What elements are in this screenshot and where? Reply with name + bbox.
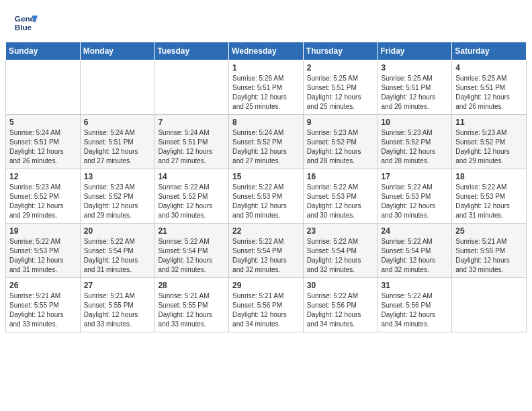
day-number: 2 (307, 63, 374, 73)
day-number: 8 (232, 118, 300, 127)
day-info: Sunrise: 5:21 AM Sunset: 5:55 PM Dayligh… (9, 291, 77, 329)
day-number: 17 (382, 172, 449, 181)
calendar-week-3: 12Sunrise: 5:23 AM Sunset: 5:52 PM Dayli… (6, 169, 527, 224)
calendar-cell: 25Sunrise: 5:21 AM Sunset: 5:55 PM Dayli… (452, 224, 527, 278)
calendar-cell: 19Sunrise: 5:22 AM Sunset: 5:53 PM Dayli… (6, 224, 81, 278)
calendar-cell: 29Sunrise: 5:21 AM Sunset: 5:56 PM Dayli… (229, 278, 304, 332)
day-number: 5 (9, 118, 77, 127)
calendar-cell: 11Sunrise: 5:23 AM Sunset: 5:52 PM Dayli… (452, 115, 527, 169)
calendar-cell: 24Sunrise: 5:22 AM Sunset: 5:54 PM Dayli… (378, 224, 452, 278)
day-info: Sunrise: 5:22 AM Sunset: 5:56 PM Dayligh… (307, 291, 374, 329)
day-info: Sunrise: 5:22 AM Sunset: 5:54 PM Dayligh… (84, 237, 151, 275)
calendar-cell: 15Sunrise: 5:22 AM Sunset: 5:53 PM Dayli… (229, 169, 304, 224)
day-info: Sunrise: 5:23 AM Sunset: 5:52 PM Dayligh… (84, 183, 151, 220)
day-info: Sunrise: 5:23 AM Sunset: 5:52 PM Dayligh… (455, 128, 523, 166)
calendar-cell: 18Sunrise: 5:22 AM Sunset: 5:53 PM Dayli… (452, 169, 527, 224)
day-number: 11 (455, 118, 523, 127)
day-number: 12 (9, 172, 77, 181)
calendar-cell: 26Sunrise: 5:21 AM Sunset: 5:55 PM Dayli… (6, 278, 81, 332)
day-number: 20 (84, 226, 151, 236)
calendar-cell: 10Sunrise: 5:23 AM Sunset: 5:52 PM Dayli… (378, 115, 452, 169)
day-info: Sunrise: 5:23 AM Sunset: 5:52 PM Dayligh… (382, 128, 449, 166)
day-info: Sunrise: 5:25 AM Sunset: 5:51 PM Dayligh… (455, 74, 523, 111)
day-number: 19 (9, 226, 77, 236)
weekday-header-row: SundayMondayTuesdayWednesdayThursdayFrid… (6, 42, 527, 60)
day-info: Sunrise: 5:24 AM Sunset: 5:52 PM Dayligh… (232, 128, 300, 166)
calendar-cell: 9Sunrise: 5:23 AM Sunset: 5:52 PM Daylig… (303, 115, 378, 169)
svg-text:Blue: Blue (15, 23, 32, 32)
logo: General Blue (13, 11, 38, 35)
day-number: 24 (382, 226, 449, 236)
day-number: 28 (158, 281, 225, 290)
day-number: 14 (158, 172, 225, 181)
day-number: 25 (455, 226, 523, 236)
calendar-cell: 7Sunrise: 5:24 AM Sunset: 5:51 PM Daylig… (154, 115, 229, 169)
day-number: 6 (84, 118, 151, 127)
day-number: 3 (382, 63, 449, 73)
day-info: Sunrise: 5:22 AM Sunset: 5:54 PM Dayligh… (158, 237, 225, 275)
day-info: Sunrise: 5:22 AM Sunset: 5:56 PM Dayligh… (382, 291, 449, 329)
weekday-header-monday: Monday (80, 42, 154, 60)
calendar-cell: 2Sunrise: 5:25 AM Sunset: 5:51 PM Daylig… (303, 60, 378, 115)
day-number: 10 (382, 118, 449, 127)
day-number: 27 (84, 281, 151, 290)
calendar-cell: 22Sunrise: 5:22 AM Sunset: 5:54 PM Dayli… (229, 224, 304, 278)
calendar-cell: 1Sunrise: 5:26 AM Sunset: 5:51 PM Daylig… (229, 60, 304, 115)
calendar-cell: 27Sunrise: 5:21 AM Sunset: 5:55 PM Dayli… (80, 278, 154, 332)
calendar-cell (6, 60, 81, 115)
day-number: 16 (307, 172, 374, 181)
calendar-cell (452, 278, 527, 332)
day-info: Sunrise: 5:22 AM Sunset: 5:52 PM Dayligh… (158, 183, 225, 220)
weekday-header-saturday: Saturday (452, 42, 527, 60)
calendar-cell: 3Sunrise: 5:25 AM Sunset: 5:51 PM Daylig… (378, 60, 452, 115)
calendar-week-4: 19Sunrise: 5:22 AM Sunset: 5:53 PM Dayli… (6, 224, 527, 278)
day-info: Sunrise: 5:24 AM Sunset: 5:51 PM Dayligh… (84, 128, 151, 166)
day-number: 1 (232, 63, 300, 73)
day-number: 29 (232, 281, 300, 290)
page-header: General Blue (0, 0, 532, 42)
calendar-cell: 23Sunrise: 5:22 AM Sunset: 5:54 PM Dayli… (303, 224, 378, 278)
calendar-cell (80, 60, 154, 115)
day-number: 31 (382, 281, 449, 290)
day-number: 9 (307, 118, 374, 127)
day-info: Sunrise: 5:23 AM Sunset: 5:52 PM Dayligh… (9, 183, 77, 220)
calendar-cell: 13Sunrise: 5:23 AM Sunset: 5:52 PM Dayli… (80, 169, 154, 224)
day-info: Sunrise: 5:22 AM Sunset: 5:53 PM Dayligh… (232, 183, 300, 220)
day-info: Sunrise: 5:24 AM Sunset: 5:51 PM Dayligh… (158, 128, 225, 166)
day-info: Sunrise: 5:25 AM Sunset: 5:51 PM Dayligh… (382, 74, 449, 111)
calendar-cell: 5Sunrise: 5:24 AM Sunset: 5:51 PM Daylig… (6, 115, 81, 169)
weekday-header-thursday: Thursday (303, 42, 378, 60)
weekday-header-friday: Friday (378, 42, 452, 60)
day-info: Sunrise: 5:25 AM Sunset: 5:51 PM Dayligh… (307, 74, 374, 111)
calendar-cell (154, 60, 229, 115)
day-number: 30 (307, 281, 374, 290)
day-info: Sunrise: 5:24 AM Sunset: 5:51 PM Dayligh… (9, 128, 77, 166)
calendar-cell: 17Sunrise: 5:22 AM Sunset: 5:53 PM Dayli… (378, 169, 452, 224)
day-number: 15 (232, 172, 300, 181)
day-info: Sunrise: 5:23 AM Sunset: 5:52 PM Dayligh… (307, 128, 374, 166)
calendar-cell: 28Sunrise: 5:21 AM Sunset: 5:55 PM Dayli… (154, 278, 229, 332)
day-number: 7 (158, 118, 225, 127)
calendar-week-5: 26Sunrise: 5:21 AM Sunset: 5:55 PM Dayli… (6, 278, 527, 332)
calendar-body: 1Sunrise: 5:26 AM Sunset: 5:51 PM Daylig… (6, 60, 527, 332)
calendar-cell: 30Sunrise: 5:22 AM Sunset: 5:56 PM Dayli… (303, 278, 378, 332)
calendar-cell: 14Sunrise: 5:22 AM Sunset: 5:52 PM Dayli… (154, 169, 229, 224)
day-info: Sunrise: 5:22 AM Sunset: 5:53 PM Dayligh… (455, 183, 523, 220)
day-info: Sunrise: 5:26 AM Sunset: 5:51 PM Dayligh… (232, 74, 300, 111)
calendar-cell: 16Sunrise: 5:22 AM Sunset: 5:53 PM Dayli… (303, 169, 378, 224)
day-info: Sunrise: 5:22 AM Sunset: 5:53 PM Dayligh… (382, 183, 449, 220)
weekday-header-sunday: Sunday (6, 42, 81, 60)
calendar-cell: 4Sunrise: 5:25 AM Sunset: 5:51 PM Daylig… (452, 60, 527, 115)
calendar-cell: 8Sunrise: 5:24 AM Sunset: 5:52 PM Daylig… (229, 115, 304, 169)
calendar-cell: 31Sunrise: 5:22 AM Sunset: 5:56 PM Dayli… (378, 278, 452, 332)
day-info: Sunrise: 5:22 AM Sunset: 5:54 PM Dayligh… (307, 237, 374, 275)
day-number: 18 (455, 172, 523, 181)
day-number: 13 (84, 172, 151, 181)
calendar-cell: 12Sunrise: 5:23 AM Sunset: 5:52 PM Dayli… (6, 169, 81, 224)
calendar-header: SundayMondayTuesdayWednesdayThursdayFrid… (6, 42, 527, 60)
day-info: Sunrise: 5:21 AM Sunset: 5:55 PM Dayligh… (455, 237, 523, 275)
day-info: Sunrise: 5:22 AM Sunset: 5:54 PM Dayligh… (382, 237, 449, 275)
day-number: 21 (158, 226, 225, 236)
day-info: Sunrise: 5:21 AM Sunset: 5:55 PM Dayligh… (158, 291, 225, 329)
day-number: 22 (232, 226, 300, 236)
